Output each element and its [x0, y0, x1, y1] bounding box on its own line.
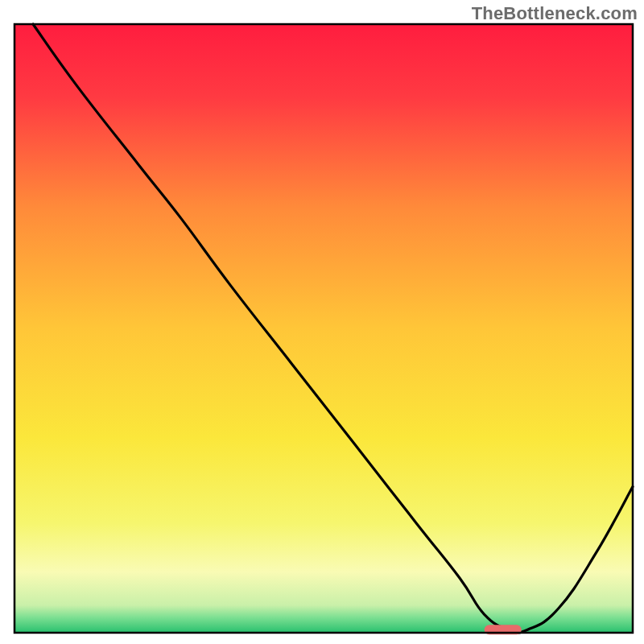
gradient-background [14, 24, 633, 633]
watermark-text: TheBottleneck.com [472, 3, 638, 24]
plot-area [14, 24, 633, 634]
chart-container: TheBottleneck.com [0, 0, 644, 644]
bottleneck-chart [0, 0, 644, 644]
